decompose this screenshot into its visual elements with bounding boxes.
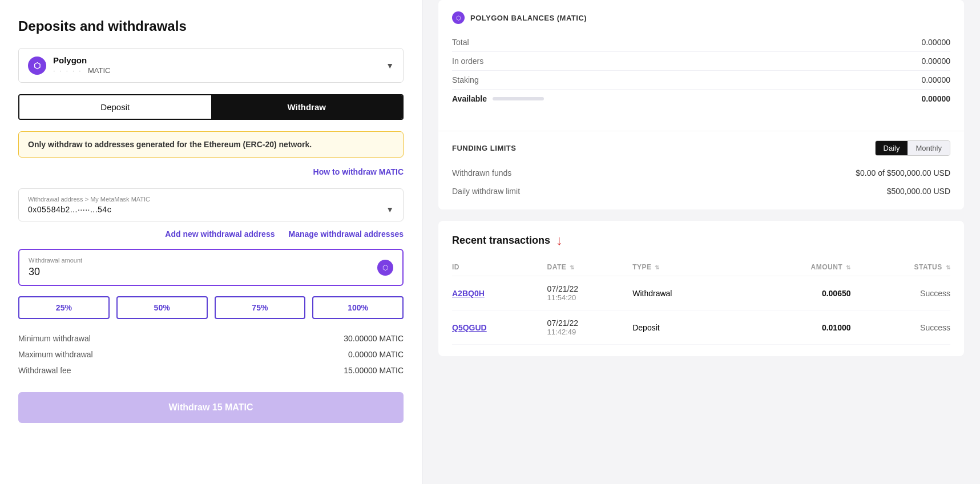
manage-withdrawal-addresses-link[interactable]: Manage withdrawal addresses	[288, 229, 404, 239]
balances-card: ⬡ POLYGON BALANCES (MATIC) Total 0.00000…	[438, 0, 964, 209]
period-switcher: Daily Monthly	[875, 140, 950, 156]
balance-inorders-row: In orders 0.00000	[452, 52, 950, 71]
address-selector[interactable]: Withdrawal address > My MetaMask MATIC 0…	[18, 188, 404, 221]
withdraw-button[interactable]: Withdraw 15 MATIC	[18, 392, 404, 423]
currency-subtitle: · · · · · MATIC	[53, 65, 110, 75]
date-sort-icon: ⇅	[570, 264, 575, 271]
balance-staking-label: Staking	[452, 75, 479, 84]
daily-limit-value: $500,000.00 USD	[887, 187, 950, 196]
tx-time: 11:42:49	[547, 328, 633, 336]
currency-left: ⬡ Polygon · · · · · MATIC	[28, 55, 110, 75]
amount-input[interactable]	[29, 266, 377, 278]
transactions-section: Recent transactions ↓ ID DATE ⇅ TYPE ⇅	[438, 221, 964, 356]
amount-container: Withdrawal amount ⬡	[18, 249, 404, 286]
table-row: A2BQ0H 07/21/22 11:54:20 Withdrawal 0.00…	[452, 276, 950, 310]
percent-25-button[interactable]: 25%	[18, 296, 110, 319]
how-to-link[interactable]: How to withdraw MATIC	[313, 167, 404, 176]
tx-date-cell: 07/21/22 11:54:20	[547, 276, 633, 310]
amount-sort-icon: ⇅	[846, 264, 851, 271]
warning-text: Only withdraw to addresses generated for…	[28, 140, 312, 149]
address-links: Add new withdrawal address Manage withdr…	[18, 229, 404, 239]
warning-box: Only withdraw to addresses generated for…	[18, 131, 404, 158]
polygon-balance-icon: ⬡	[452, 11, 465, 24]
available-progress-bar	[493, 97, 544, 100]
min-withdrawal-value: 30.00000 MATIC	[344, 334, 404, 343]
balance-staking-value: 0.00000	[921, 75, 950, 84]
percent-75-button[interactable]: 75%	[215, 296, 306, 319]
min-withdrawal-row: Minimum withdrawal 30.00000 MATIC	[18, 330, 404, 346]
left-panel: Deposits and withdrawals ⬡ Polygon · · ·…	[0, 0, 422, 484]
balance-inorders-label: In orders	[452, 57, 483, 66]
tx-id-link[interactable]: A2BQ0H	[452, 289, 485, 298]
tx-time: 11:54:20	[547, 293, 633, 302]
col-date[interactable]: DATE ⇅	[547, 259, 633, 276]
funding-section: FUNDING LIMITS Daily Monthly Withdrawn f…	[438, 131, 964, 209]
daily-limit-label: Daily withdraw limit	[452, 187, 520, 196]
page-title: Deposits and withdrawals	[18, 18, 404, 34]
currency-name: Polygon	[53, 55, 110, 65]
withdrawal-fee-row: Withdrawal fee 15.00000 MATIC	[18, 362, 404, 378]
col-id: ID	[452, 259, 547, 276]
tx-id-link[interactable]: Q5QGUD	[452, 323, 487, 332]
balances-title: POLYGON BALANCES (MATIC)	[470, 14, 587, 22]
withdrawal-fee-label: Withdrawal fee	[18, 366, 71, 375]
currency-code: MATIC	[88, 66, 110, 75]
address-row: 0x05584b2...·····...54c ▼	[28, 205, 394, 214]
balance-available-value: 0.00000	[921, 94, 950, 103]
tx-status-cell: Success	[851, 310, 951, 345]
daily-limit-row: Daily withdraw limit $500,000.00 USD	[452, 182, 950, 200]
withdrawn-funds-label: Withdrawn funds	[452, 168, 511, 178]
currency-dots: · · · · ·	[53, 66, 82, 75]
address-chevron-icon: ▼	[386, 205, 394, 214]
balance-total-value: 0.00000	[921, 38, 950, 47]
table-header-row: ID DATE ⇅ TYPE ⇅ AMOUNT ⇅ ST	[452, 259, 950, 276]
amount-inner: Withdrawal amount	[29, 257, 377, 278]
add-withdrawal-address-link[interactable]: Add new withdrawal address	[165, 229, 275, 239]
polygon-amount-icon: ⬡	[377, 260, 393, 276]
right-panel: ⬡ POLYGON BALANCES (MATIC) Total 0.00000…	[422, 0, 980, 484]
balance-available-label: Available	[452, 94, 487, 103]
tx-status-cell: Success	[851, 276, 951, 310]
deposit-tab[interactable]: Deposit	[19, 95, 211, 119]
currency-selector[interactable]: ⬡ Polygon · · · · · MATIC ▼	[18, 48, 404, 83]
info-rows: Minimum withdrawal 30.00000 MATIC Maximu…	[18, 330, 404, 378]
percent-100-button[interactable]: 100%	[312, 296, 404, 319]
type-sort-icon: ⇅	[655, 264, 660, 271]
status-sort-icon: ⇅	[946, 264, 951, 271]
address-value: 0x05584b2...·····...54c	[28, 205, 111, 214]
transactions-title: Recent transactions	[452, 235, 550, 247]
col-type[interactable]: TYPE ⇅	[632, 259, 741, 276]
tx-type-cell: Withdrawal	[632, 276, 741, 310]
min-withdrawal-label: Minimum withdrawal	[18, 334, 91, 343]
down-arrow-icon: ↓	[556, 232, 563, 248]
col-amount[interactable]: AMOUNT ⇅	[741, 259, 850, 276]
address-label: Withdrawal address > My MetaMask MATIC	[28, 196, 394, 203]
daily-period-button[interactable]: Daily	[876, 141, 908, 155]
percent-50-button[interactable]: 50%	[116, 296, 208, 319]
chevron-down-icon: ▼	[386, 61, 394, 70]
table-row: Q5QGUD 07/21/22 11:42:49 Deposit 0.01000…	[452, 310, 950, 345]
col-status[interactable]: STATUS ⇅	[851, 259, 951, 276]
funding-title: FUNDING LIMITS	[452, 144, 516, 152]
funding-header: FUNDING LIMITS Daily Monthly	[452, 140, 950, 156]
how-to-link-container: How to withdraw MATIC	[18, 167, 404, 177]
withdrawn-funds-row: Withdrawn funds $0.00 of $500,000.00 USD	[452, 164, 950, 182]
balance-total-label: Total	[452, 38, 469, 47]
balances-section: ⬡ POLYGON BALANCES (MATIC) Total 0.00000…	[438, 0, 964, 119]
withdraw-tab[interactable]: Withdraw	[211, 95, 403, 119]
tx-id-cell[interactable]: A2BQ0H	[452, 276, 547, 310]
currency-info: Polygon · · · · · MATIC	[53, 55, 110, 75]
tx-date: 07/21/22	[547, 318, 633, 328]
available-bar: Available	[452, 94, 544, 103]
percent-buttons: 25% 50% 75% 100%	[18, 296, 404, 319]
balance-available-row: Available 0.00000	[452, 90, 950, 108]
max-withdrawal-value: 0.00000 MATIC	[348, 350, 404, 359]
tx-amount-cell: 0.00650	[741, 276, 850, 310]
max-withdrawal-row: Maximum withdrawal 0.00000 MATIC	[18, 346, 404, 362]
tx-id-cell[interactable]: Q5QGUD	[452, 310, 547, 345]
transactions-header: Recent transactions ↓	[452, 232, 950, 248]
monthly-period-button[interactable]: Monthly	[908, 141, 950, 155]
balance-staking-row: Staking 0.00000	[452, 71, 950, 90]
tx-type-cell: Deposit	[632, 310, 741, 345]
tx-amount-cell: 0.01000	[741, 310, 850, 345]
